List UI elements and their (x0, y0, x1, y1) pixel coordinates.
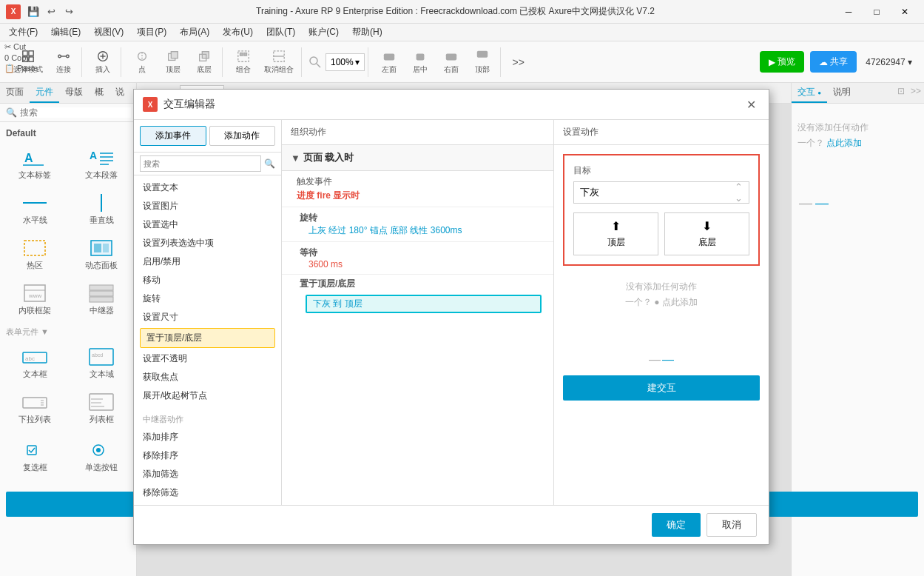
widget-textarea[interactable]: abcd 文本域 (70, 342, 133, 384)
event-set-image[interactable]: 设置图片 (134, 197, 281, 215)
event-enable-disable[interactable]: 启用/禁用 (134, 252, 281, 271)
widget-checkbox[interactable]: 复选框 (3, 435, 67, 478)
minimize-button[interactable]: ─ (835, 0, 862, 24)
widget-text-para[interactable]: A 文本段落 (70, 143, 133, 185)
preview-button[interactable]: ▶ 预览 (760, 51, 804, 73)
widget-text-label[interactable]: A 文本标签 (3, 143, 67, 185)
widget-vline[interactable]: 垂直线 (70, 188, 133, 230)
title-bar-controls: ─ □ ✕ (835, 0, 918, 24)
set-layer-item[interactable]: 下灰 到 顶层 (306, 295, 542, 313)
event-add-sort[interactable]: 添加排序 (134, 428, 281, 446)
widget-repeater[interactable]: 中继器 (70, 278, 133, 321)
svg-rect-39 (103, 244, 109, 252)
close-button[interactable]: ✕ (891, 0, 918, 24)
menu-team[interactable]: 团队(T) (260, 24, 301, 40)
cloud-left-button[interactable]: 左面 (374, 48, 404, 76)
event-set-layer[interactable]: 置于顶层/底层 (140, 328, 275, 348)
insert-button[interactable]: 插入 (88, 48, 118, 76)
tab-widgets[interactable]: 元件 (30, 83, 59, 103)
maximize-button[interactable]: □ (863, 0, 890, 24)
widget-inline-frame[interactable]: www 内联框架 (3, 278, 67, 321)
wait-value[interactable]: 3600 ms (308, 259, 544, 269)
menu-view[interactable]: 视图(V) (88, 24, 129, 40)
rotation-detail[interactable]: 上灰 经过 180° 锚点 底部 线性 3600ms (308, 224, 544, 237)
undo-icon[interactable]: ↩ (44, 5, 58, 19)
widget-listbox[interactable]: 列表框 (70, 387, 133, 429)
tab-interaction[interactable]: 交互 ● (792, 83, 827, 103)
paste-button[interactable]: 📋 Paste (1, 63, 41, 74)
more-tools-button[interactable]: >> (504, 48, 533, 76)
event-focus[interactable]: 获取焦点 (134, 368, 281, 386)
bottom-layer-action-button[interactable]: ⬇ 底层 (664, 212, 749, 255)
svg-point-4 (58, 55, 61, 58)
top-layer-action-button[interactable]: ⬆ 顶层 (573, 212, 658, 255)
right-panel-icon[interactable]: ⊡ (894, 83, 908, 103)
share-button[interactable]: ☁ 共享 (810, 51, 857, 73)
event-remove-sort[interactable]: 移除排序 (134, 446, 281, 465)
events-search-input[interactable] (140, 155, 261, 172)
event-remove-filter[interactable]: 移除筛选 (134, 483, 281, 502)
menu-file[interactable]: 文件(F) (3, 24, 44, 40)
menu-layout[interactable]: 布局(A) (174, 24, 215, 40)
event-set-selected[interactable]: 设置选中 (134, 215, 281, 234)
account-display[interactable]: 47262947 ▾ (860, 54, 918, 70)
confirm-button[interactable]: 确定 (652, 513, 701, 537)
menu-help[interactable]: 帮助(H) (346, 24, 388, 40)
event-set-size[interactable]: 设置尺寸 (134, 308, 281, 326)
event-tree-node[interactable]: 展开/收起树节点 (134, 386, 281, 405)
top-layer-button[interactable]: 顶层 (158, 48, 188, 76)
add-action-button[interactable]: 添加动作 (209, 126, 276, 146)
menu-project[interactable]: 项目(P) (131, 24, 172, 40)
menu-edit[interactable]: 编辑(E) (45, 24, 87, 40)
add-action-tip[interactable]: 一个？ ● 点此添加 (563, 296, 760, 309)
cloud-mid-button[interactable]: 居中 (405, 48, 435, 76)
event-add-filter[interactable]: 添加筛选 (134, 465, 281, 483)
target-select[interactable]: 下灰 ⌃⌄ (573, 181, 749, 204)
tab-overview[interactable]: 概 (89, 83, 109, 103)
add-event-button[interactable]: 添加事件 (140, 126, 206, 146)
event-set-text[interactable]: 设置文本 (134, 178, 281, 197)
cloud-top-button[interactable]: 顶部 (468, 48, 497, 76)
settings-header: 设置动作 (554, 120, 769, 145)
interaction-editor-dialog[interactable]: X 交互编辑器 ✕ 添加事件 添加动作 🔍 设置文本 设置图片 设置选中 (133, 89, 769, 545)
tab-notes[interactable]: 说 (109, 83, 130, 103)
bottom-layer-button[interactable]: 底层 (189, 48, 219, 76)
group-button[interactable]: 组合 (229, 48, 258, 76)
dialog-close-button[interactable]: ✕ (742, 96, 760, 113)
event-set-page[interactable]: 设置当前显示页面 (134, 502, 281, 505)
widget-textbox[interactable]: abc 文本框 (3, 342, 67, 384)
rotation-action: 旋转 上灰 经过 180° 锚点 底部 线性 3600ms (282, 207, 553, 242)
copy-button[interactable]: 0 Copy (1, 53, 41, 63)
menu-publish[interactable]: 发布(U) (217, 24, 259, 40)
widget-radio[interactable]: 单选按钮 (70, 435, 133, 478)
save-icon[interactable]: 💾 (27, 5, 40, 19)
tab-pages[interactable]: 页面 (0, 83, 30, 103)
ungroup-button[interactable]: 取消组合 (260, 48, 298, 76)
event-move[interactable]: 移动 (134, 271, 281, 289)
create-interaction-dialog-button[interactable]: 建交互 (563, 375, 760, 401)
point-button[interactable]: 点 (127, 48, 157, 76)
widget-dynamic[interactable]: 动态面板 (70, 233, 133, 275)
cancel-button[interactable]: 取消 (707, 513, 757, 537)
add-link[interactable]: 点此添加 (826, 138, 862, 148)
tab-masters[interactable]: 母版 (59, 83, 89, 103)
menu-bar: 文件(F) 编辑(E) 视图(V) 项目(P) 布局(A) 发布(U) 团队(T… (0, 24, 924, 41)
event-set-list-selected[interactable]: 设置列表选选中项 (134, 234, 281, 252)
widget-grid-1: A 文本标签 A 文本段落 水平线 (3, 140, 133, 324)
widget-hline[interactable]: 水平线 (3, 188, 67, 230)
redo-icon[interactable]: ↪ (62, 5, 75, 19)
widget-search-input[interactable] (20, 107, 131, 118)
cloud-right-button[interactable]: 右面 (436, 48, 466, 76)
zoom-display[interactable]: 100% ▾ (326, 53, 365, 71)
settings-red-box: 目标 下灰 ⌃⌄ ⬆ 顶层 ⬇ 底层 (563, 154, 760, 266)
widget-hotspot[interactable]: 热区 (3, 233, 67, 275)
right-panel-expand[interactable]: >> (908, 83, 924, 103)
menu-account[interactable]: 账户(C) (303, 24, 345, 40)
connect-button[interactable]: 连接 (49, 48, 78, 76)
trigger-value[interactable]: 进度 fire 显示时 (297, 190, 544, 202)
event-rotate[interactable]: 旋转 (134, 289, 281, 308)
widget-dropdown[interactable]: 下拉列表 (3, 387, 67, 429)
event-set-opacity[interactable]: 设置不透明 (134, 349, 281, 368)
tab-notes[interactable]: 说明 (827, 83, 857, 103)
cut-button[interactable]: ✂ Cut (1, 41, 41, 53)
